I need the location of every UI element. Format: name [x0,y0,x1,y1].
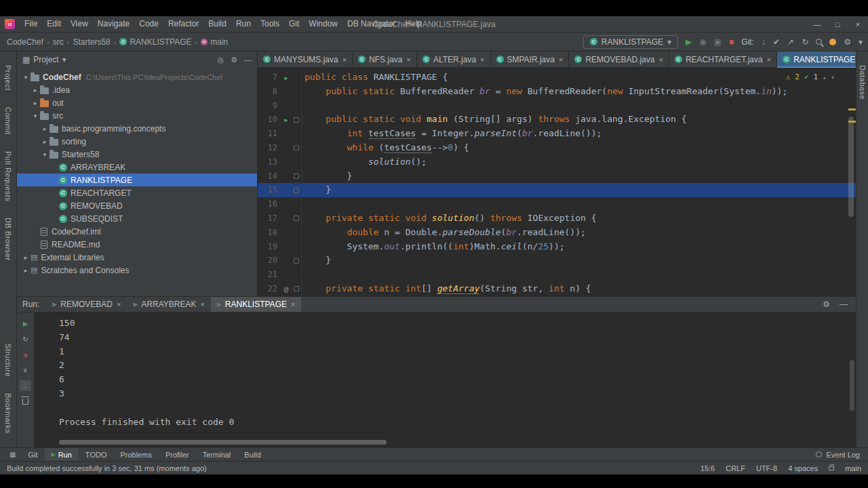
editor-tab-removebad-java[interactable]: CREMOVEBAD.java× [569,52,669,68]
code-line-19[interactable]: 19 System.out.println((int)Math.ceil(n/2… [258,240,856,254]
editor-tab-alter-java[interactable]: CALTER.java× [417,52,491,68]
toolwindow-button-profiler[interactable]: Profiler [159,448,196,461]
editor-scrollbar[interactable] [848,117,854,217]
scroll-to-end-icon[interactable]: ↓ [20,380,31,391]
settings-gear-icon[interactable]: ⚙ [844,38,851,46]
tree-item-basic-programming-concepts[interactable]: ▸basic.programming.concepts [17,122,257,135]
editor-tab-manysums-java[interactable]: CMANYSUMS.java× [258,52,353,68]
update-project-icon[interactable]: ↓ [762,38,766,46]
code-line-8[interactable]: 8 public static BufferedReader br = new … [258,85,856,99]
line-number[interactable]: 17 [258,211,281,226]
stop-icon[interactable]: ■ [20,349,31,360]
code-editor[interactable]: 7▶public class RANKLISTPAGE {8 public st… [258,68,856,296]
fold-marker-icon[interactable] [294,145,299,150]
minimize-icon[interactable]: — [807,16,827,32]
toolwindow-button-todo[interactable]: TODO [79,448,114,461]
close-icon[interactable]: × [559,56,563,64]
code-line-10[interactable]: 10▶ public static void main (String[] ar… [258,113,856,127]
line-number[interactable]: 8 [258,85,281,99]
console-vscrollbar[interactable] [850,360,854,411]
history-icon[interactable]: ↻ [802,38,808,46]
git-branch[interactable]: main [845,464,861,472]
tree-item-readme-md[interactable]: README.md [17,238,257,251]
prev-problem-icon[interactable]: ▴ [823,74,826,81]
tree-item-reachtarget[interactable]: CREACHTARGET [17,186,257,199]
indent-setting[interactable]: 4 spaces [788,464,818,472]
coverage-icon[interactable]: ◉ [699,38,706,46]
code-line-12[interactable]: 12 while (testCases-->0) { [258,141,856,155]
tree-item-starters58[interactable]: ▾Starters58 [17,148,257,161]
breadcrumb-item-ranklistpage[interactable]: CRANKLISTPAGE [118,37,193,47]
close-icon[interactable]: × [406,56,410,64]
run-button[interactable]: ▶ [686,38,692,46]
line-number[interactable]: 16 [258,197,281,211]
tree-arrow-icon[interactable]: ▸ [31,87,40,94]
menu-file[interactable]: File [20,16,42,32]
run-gutter-icon[interactable]: ▶ [284,75,288,81]
line-number[interactable]: 14 [258,169,281,184]
tree-item-arraybreak[interactable]: CARRAYBREAK [17,161,257,174]
tree-item-removebad[interactable]: CREMOVEBAD [17,199,257,212]
code-line-11[interactable]: 11 int testCases = Integer.parseInt(br.r… [258,127,856,141]
line-number[interactable]: 15 [258,183,281,197]
tool-button-structure[interactable]: Structure [4,344,12,377]
soft-wrap-icon[interactable]: ≡ [20,365,31,375]
close-icon[interactable]: × [342,56,347,64]
close-icon[interactable]: × [291,300,295,308]
tree-item-external-libraries[interactable]: ▸▤External Libraries [17,251,257,264]
tree-item-src[interactable]: ▾src [17,109,257,122]
code-line-20[interactable]: 20 } [258,253,856,268]
line-number[interactable]: 13 [258,155,281,169]
line-separator[interactable]: CRLF [726,464,745,472]
close-icon[interactable]: × [848,16,868,32]
line-number[interactable]: 22 [258,282,281,296]
stop-button[interactable]: ■ [729,38,734,46]
menu-refactor[interactable]: Refactor [163,16,203,32]
breadcrumb-item-src[interactable]: src [52,37,65,47]
tool-button-database[interactable]: Database [859,65,867,100]
tree-arrow-icon[interactable]: ▸ [21,254,31,261]
close-icon[interactable]: × [480,56,484,64]
tree-arrow-icon[interactable]: ▸ [40,138,50,145]
close-icon[interactable]: × [200,300,204,308]
close-icon[interactable]: × [658,56,663,64]
caret-position[interactable]: 15:6 [701,464,715,472]
run-configuration-select[interactable]: C RANKLISTPAGE ▾ [583,35,678,49]
code-line-15[interactable]: 15 } [258,183,856,197]
gear-icon[interactable]: ⚙ [823,300,830,309]
run-tab-removebad[interactable]: ▶REMOVEBAD× [46,297,127,312]
console-hscrollbar[interactable] [59,440,387,445]
file-encoding[interactable]: UTF-8 [756,464,777,472]
tool-button-project[interactable]: Project [4,65,12,91]
line-number[interactable]: 10 [258,113,281,127]
toolwindow-button-terminal[interactable]: Terminal [196,448,238,461]
code-line-18[interactable]: 18 double n = Double.parseDouble(br.read… [258,226,856,240]
toolwindow-button-build[interactable]: Build [237,448,267,461]
tree-arrow-icon[interactable]: ▾ [31,113,40,119]
line-number[interactable]: 20 [258,253,281,268]
line-number[interactable]: 9 [258,99,281,113]
editor-tab-reachtarget-java[interactable]: CREACHTARGET.java× [669,52,777,68]
editor-tab-ranklistpage-java[interactable]: CRANKLISTPAGE.java× [777,52,868,68]
code-line-21[interactable]: 21 [258,268,856,282]
editor-tab-nfs-java[interactable]: CNFS.java× [353,52,417,68]
code-line-22[interactable]: 22@ private static int[] getArray(String… [258,282,856,296]
code-line-16[interactable]: 16 [258,197,856,211]
fold-marker-icon[interactable] [294,117,299,123]
tool-button-pull-requests[interactable]: Pull Requests [4,151,12,201]
hide-panel-icon[interactable]: — [840,300,848,309]
tree-item-codechef[interactable]: ▾CodeChefC:\Users\This PC\IdeaProjects\C… [17,70,257,83]
tree-item-ranklistpage[interactable]: CRANKLISTPAGE [17,174,257,186]
fold-marker-icon[interactable] [294,286,299,291]
next-problem-icon[interactable]: ▾ [831,74,835,81]
warning-stripe-mark[interactable] [848,108,856,110]
breadcrumb-item-main[interactable]: mmain [199,37,229,47]
breadcrumb-item-starters58[interactable]: Starters58 [71,37,111,47]
line-number[interactable]: 7 [258,70,281,85]
tree-arrow-icon[interactable]: ▸ [31,100,40,106]
gear-icon[interactable]: ⚙ [231,56,237,64]
inspections-widget[interactable]: ⚠ 2 ✔ 1 ▴ ▾ [783,72,838,82]
tree-arrow-icon[interactable]: ▸ [40,125,50,132]
run-tab-ranklistpage[interactable]: ▶RANKLISTPAGE× [211,297,302,312]
tree-arrow-icon[interactable]: ▾ [21,74,31,81]
